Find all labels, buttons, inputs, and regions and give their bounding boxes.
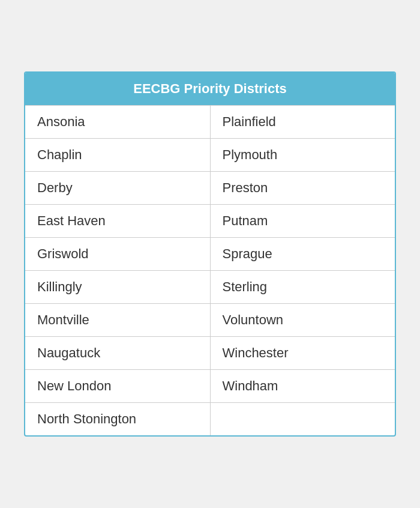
cell-left-6: Montville (25, 304, 210, 337)
cell-left-1: Chaplin (25, 139, 210, 172)
cell-right-1: Plymouth (210, 139, 395, 172)
cell-left-9: North Stonington (25, 403, 210, 436)
cell-right-4: Sprague (210, 238, 395, 271)
cell-left-8: New London (25, 370, 210, 403)
cell-right-8: Windham (210, 370, 395, 403)
priority-districts-table: EECBG Priority Districts AnsoniaPlainfie… (24, 71, 396, 437)
table-row: GriswoldSprague (25, 238, 395, 271)
cell-left-0: Ansonia (25, 106, 210, 139)
cell-right-2: Preston (210, 172, 395, 205)
table-row: ChaplinPlymouth (25, 139, 395, 172)
table-row: KillinglySterling (25, 271, 395, 304)
cell-right-7: Winchester (210, 337, 395, 370)
cell-left-3: East Haven (25, 205, 210, 238)
table-row: New LondonWindham (25, 370, 395, 403)
table-row: AnsoniaPlainfield (25, 106, 395, 139)
table-row: North Stonington (25, 403, 395, 436)
cell-left-7: Naugatuck (25, 337, 210, 370)
table-title: EECBG Priority Districts (25, 73, 395, 105)
cell-right-9 (210, 403, 395, 436)
table-row: DerbyPreston (25, 172, 395, 205)
cell-right-3: Putnam (210, 205, 395, 238)
cell-left-2: Derby (25, 172, 210, 205)
cell-left-4: Griswold (25, 238, 210, 271)
table-row: NaugatuckWinchester (25, 337, 395, 370)
cell-left-5: Killingly (25, 271, 210, 304)
table-row: East HavenPutnam (25, 205, 395, 238)
cell-right-6: Voluntown (210, 304, 395, 337)
cell-right-0: Plainfield (210, 106, 395, 139)
districts-grid: AnsoniaPlainfieldChaplinPlymouthDerbyPre… (25, 105, 395, 435)
cell-right-5: Sterling (210, 271, 395, 304)
table-row: MontvilleVoluntown (25, 304, 395, 337)
